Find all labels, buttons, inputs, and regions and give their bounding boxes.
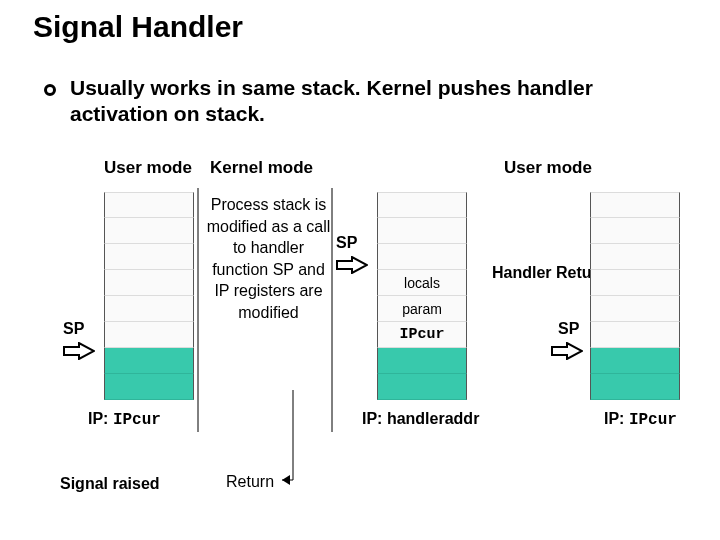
ip-right-prefix: IP:	[604, 410, 629, 427]
stack1-cell-2	[104, 244, 194, 270]
ip-left-prefix: IP:	[88, 410, 113, 427]
sp-arrow-stack1	[63, 342, 95, 360]
stack-user-left	[104, 192, 194, 400]
bullet-text: Usually works in same stack. Kernel push…	[70, 75, 670, 128]
stack2-cell-ipcur: IPcur	[377, 322, 467, 348]
kernel-description: Process stack is modified as a call to h…	[206, 194, 331, 324]
stack3-cell-2	[590, 244, 680, 270]
stack2-cell-param: param	[377, 296, 467, 322]
stack2-cell-2	[377, 244, 467, 270]
sp-label-stack1: SP	[63, 320, 84, 338]
ip-caption-left: IP: IPcur	[88, 410, 161, 429]
stack-user-mid: locals param IPcur	[377, 192, 467, 400]
ip-left-mono: IPcur	[113, 411, 161, 429]
stack2-cell-6	[377, 348, 467, 374]
stack2-cell-7	[377, 374, 467, 400]
stack1-cell-3	[104, 270, 194, 296]
stack2-cell-locals: locals	[377, 270, 467, 296]
stack1-cell-1	[104, 218, 194, 244]
sp-label-stack3: SP	[558, 320, 579, 338]
sp-arrow-stack3	[551, 342, 583, 360]
ip-right-mono: IPcur	[629, 411, 677, 429]
slide-title: Signal Handler	[33, 10, 243, 43]
ip-caption-mid: IP: handleraddr	[362, 410, 479, 428]
stack1-cell-0	[104, 192, 194, 218]
stack2-cell-1	[377, 218, 467, 244]
stack3-cell-3	[590, 270, 680, 296]
sp-arrow-stack2	[336, 256, 368, 274]
sp-label-stack2: SP	[336, 234, 357, 252]
stack3-cell-6	[590, 348, 680, 374]
mode-label-kernel: Kernel mode	[210, 158, 313, 178]
stack3-cell-5	[590, 322, 680, 348]
stack3-cell-1	[590, 218, 680, 244]
stack2-cell-0	[377, 192, 467, 218]
stack3-cell-7	[590, 374, 680, 400]
stack-user-right	[590, 192, 680, 400]
stack1-cell-4	[104, 296, 194, 322]
svg-marker-2	[282, 475, 290, 485]
ip-caption-right: IP: IPcur	[604, 410, 677, 429]
mode-label-user-left: User mode	[104, 158, 192, 178]
bullet-marker	[44, 84, 56, 96]
stack1-cell-6	[104, 348, 194, 374]
stack3-cell-4	[590, 296, 680, 322]
stack1-cell-7	[104, 374, 194, 400]
stack3-cell-0	[590, 192, 680, 218]
signal-raised-label: Signal raised	[60, 475, 160, 493]
return-label: Return	[226, 473, 274, 491]
stack1-cell-5	[104, 322, 194, 348]
mode-label-user-right: User mode	[504, 158, 592, 178]
